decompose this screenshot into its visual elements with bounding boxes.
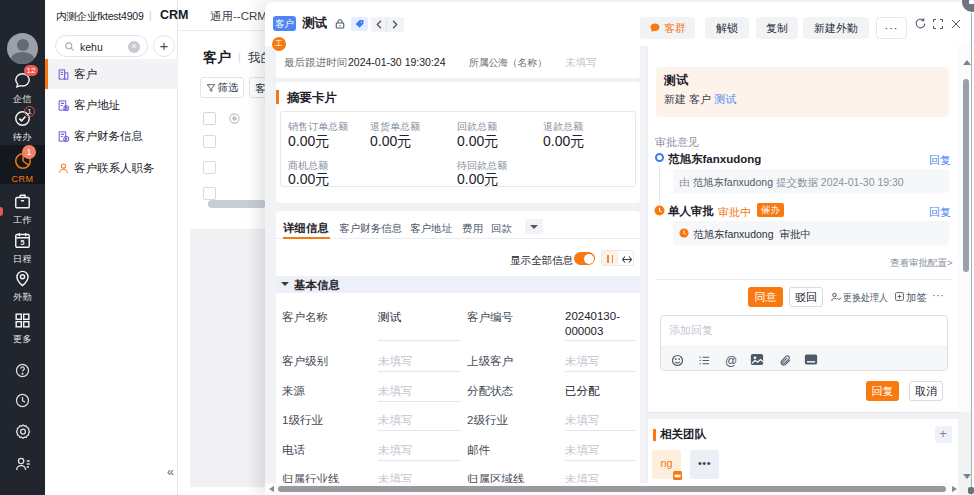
svg-text:5: 5 [21, 239, 25, 247]
